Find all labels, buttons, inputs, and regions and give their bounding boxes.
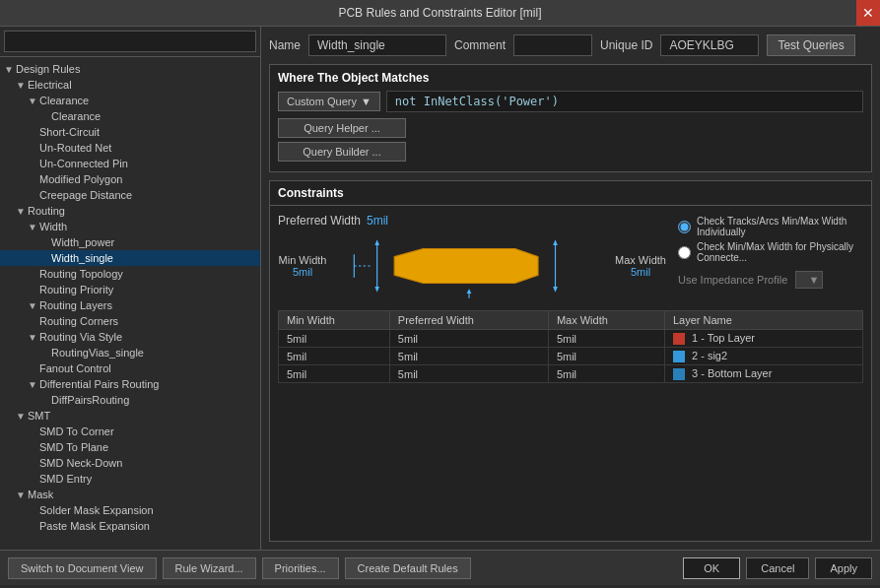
tree-item[interactable]: ▼ Electrical bbox=[0, 77, 260, 93]
tree-arrow-icon: ▼ bbox=[16, 206, 28, 217]
tree-item[interactable]: ▼ Routing bbox=[0, 203, 260, 219]
tree-item-label: SMD Entry bbox=[39, 473, 92, 485]
apply-button[interactable]: Apply bbox=[815, 557, 872, 579]
tree-item-label: Electrical bbox=[28, 79, 72, 91]
tree-item[interactable]: Un-Routed Net bbox=[0, 140, 260, 156]
tree-item-label: Routing Corners bbox=[39, 315, 118, 327]
create-default-rules-button[interactable]: Create Default Rules bbox=[345, 557, 471, 579]
tree-item[interactable]: Width_power bbox=[0, 234, 260, 250]
comment-input[interactable] bbox=[513, 34, 592, 56]
tree-item[interactable]: SMD Neck-Down bbox=[0, 455, 260, 471]
tree-item-label: Width_single bbox=[51, 252, 113, 264]
constraints-section: Constraints Preferred Width 5mil bbox=[269, 180, 872, 542]
radio-physically-connected[interactable] bbox=[678, 246, 691, 259]
query-builder-button[interactable]: Query Builder ... bbox=[278, 142, 406, 162]
tree-item[interactable]: Creepage Distance bbox=[0, 187, 260, 203]
unique-id-input[interactable] bbox=[660, 34, 759, 56]
tree-item[interactable]: Modified Polygon bbox=[0, 171, 260, 187]
tree-item[interactable]: ▼ SMT bbox=[0, 408, 260, 424]
tree-item-label: Routing Via Style bbox=[39, 331, 122, 343]
tree-item[interactable]: SMD Entry bbox=[0, 471, 260, 487]
tree-item[interactable]: Clearance bbox=[0, 108, 260, 124]
tree-item[interactable]: ▼ Clearance bbox=[0, 93, 260, 108]
tree-item-label: SMD To Plane bbox=[39, 441, 108, 453]
close-button[interactable]: ✕ bbox=[856, 0, 880, 26]
radio-item-2: Check Min/Max Width for Physically Conne… bbox=[678, 241, 871, 263]
ok-button[interactable]: OK bbox=[683, 557, 740, 579]
layer-color-swatch bbox=[673, 351, 685, 362]
tree-item-label: Mask bbox=[28, 489, 53, 500]
tree-item[interactable]: Routing Corners bbox=[0, 313, 260, 329]
tree-item[interactable]: ▼ Routing Via Style bbox=[0, 329, 260, 345]
tree-item-label: SMD Neck-Down bbox=[39, 457, 122, 469]
test-queries-button[interactable]: Test Queries bbox=[767, 34, 854, 56]
preferred-width-value[interactable]: 5mil bbox=[367, 214, 396, 228]
cell-max-width: 5mil bbox=[548, 348, 664, 365]
layer-color-swatch bbox=[673, 368, 685, 380]
cell-min-width: 5mil bbox=[279, 348, 390, 365]
impedance-dropdown[interactable] bbox=[795, 271, 823, 289]
query-text[interactable]: not InNetClass('Power') bbox=[386, 91, 863, 112]
cell-pref-width: 5mil bbox=[389, 365, 548, 383]
search-input[interactable] bbox=[4, 31, 256, 52]
priorities-button[interactable]: Priorities... bbox=[262, 557, 339, 579]
tree-view: ▼ Design Rules ▼ Electrical ▼ Clearance … bbox=[0, 57, 260, 550]
tree-item[interactable]: ▼ Design Rules bbox=[0, 61, 260, 77]
min-width-diagram-value[interactable]: 5mil bbox=[293, 266, 312, 278]
tree-item[interactable]: SMD To Plane bbox=[0, 439, 260, 455]
svg-marker-3 bbox=[374, 239, 379, 245]
constraints-body: Preferred Width 5mil Min Width 5mil bbox=[270, 206, 871, 541]
tree-item-label: Routing bbox=[28, 205, 65, 217]
name-row: Name Comment Unique ID Test Queries bbox=[269, 34, 872, 56]
tree-item[interactable]: ▼ Width bbox=[0, 219, 260, 234]
where-title: Where The Object Matches bbox=[278, 71, 863, 85]
switch-document-view-button[interactable]: Switch to Document View bbox=[8, 557, 157, 579]
tree-item[interactable]: Routing Topology bbox=[0, 266, 260, 282]
tree-item[interactable]: DiffPairsRouting bbox=[0, 392, 260, 408]
tree-item[interactable]: RoutingVias_single bbox=[0, 345, 260, 360]
tree-item[interactable]: Short-Circuit bbox=[0, 124, 260, 140]
preferred-width-label: Preferred Width bbox=[278, 214, 361, 228]
tree-item-label: RoutingVias_single bbox=[51, 347, 144, 359]
tree-item[interactable]: Fanout Control bbox=[0, 360, 260, 376]
tree-item[interactable]: ▼ Mask bbox=[0, 487, 260, 502]
tree-item[interactable]: ▼ Routing Layers bbox=[0, 297, 260, 313]
tree-item[interactable]: Routing Priority bbox=[0, 282, 260, 297]
right-panel: Name Comment Unique ID Test Queries Wher… bbox=[261, 27, 880, 550]
unique-id-label: Unique ID bbox=[600, 38, 652, 52]
name-input[interactable] bbox=[308, 34, 446, 56]
tree-item-label: Routing Topology bbox=[39, 268, 123, 280]
col-layer-name: Layer Name bbox=[664, 311, 862, 330]
table-row[interactable]: 5mil 5mil 5mil 2 - sig2 bbox=[279, 348, 863, 365]
tree-arrow-icon: ▼ bbox=[16, 80, 28, 91]
custom-query-dropdown[interactable]: Custom Query ▼ bbox=[278, 92, 380, 111]
col-max-width: Max Width bbox=[548, 311, 664, 330]
query-helper-button[interactable]: Query Helper ... bbox=[278, 118, 406, 138]
rule-wizard-button[interactable]: Rule Wizard... bbox=[163, 557, 256, 579]
cell-layer-name: 3 - Bottom Layer bbox=[664, 365, 862, 383]
tree-item-label: Clearance bbox=[51, 110, 101, 122]
tree-item[interactable]: Un-Connected Pin bbox=[0, 156, 260, 171]
tree-item-label: Width_power bbox=[51, 236, 114, 248]
col-min-width: Min Width bbox=[279, 311, 390, 330]
tree-item[interactable]: Solder Mask Expansion bbox=[0, 502, 260, 518]
radio-tracks-individually[interactable] bbox=[678, 221, 691, 233]
tree-item[interactable]: SMD To Corner bbox=[0, 424, 260, 439]
tree-item[interactable]: Paste Mask Expansion bbox=[0, 518, 260, 534]
table-row[interactable]: 5mil 5mil 5mil 1 - Top Layer bbox=[279, 330, 863, 348]
radio-item-1: Check Tracks/Arcs Min/Max Width Individu… bbox=[678, 216, 871, 237]
table-row[interactable]: 5mil 5mil 5mil 3 - Bottom Layer bbox=[279, 365, 863, 383]
where-section: Where The Object Matches Custom Query ▼ … bbox=[269, 64, 872, 172]
svg-marker-7 bbox=[553, 287, 558, 293]
top-controls-row: Preferred Width 5mil Min Width 5mil bbox=[278, 214, 863, 304]
cancel-button[interactable]: Cancel bbox=[746, 557, 809, 579]
tree-item[interactable]: Width_single bbox=[0, 250, 260, 266]
custom-query-label: Custom Query bbox=[287, 96, 357, 107]
radio-2-label: Check Min/Max Width for Physically Conne… bbox=[697, 241, 871, 263]
impedance-row: Use Impedance Profile ▼ bbox=[678, 271, 871, 289]
tree-item[interactable]: ▼ Differential Pairs Routing bbox=[0, 376, 260, 392]
max-width-diagram-value[interactable]: 5mil bbox=[631, 266, 650, 278]
min-label: Min Width bbox=[278, 254, 327, 266]
constraints-title: Constraints bbox=[270, 181, 871, 206]
tree-arrow-icon: ▼ bbox=[28, 300, 39, 311]
